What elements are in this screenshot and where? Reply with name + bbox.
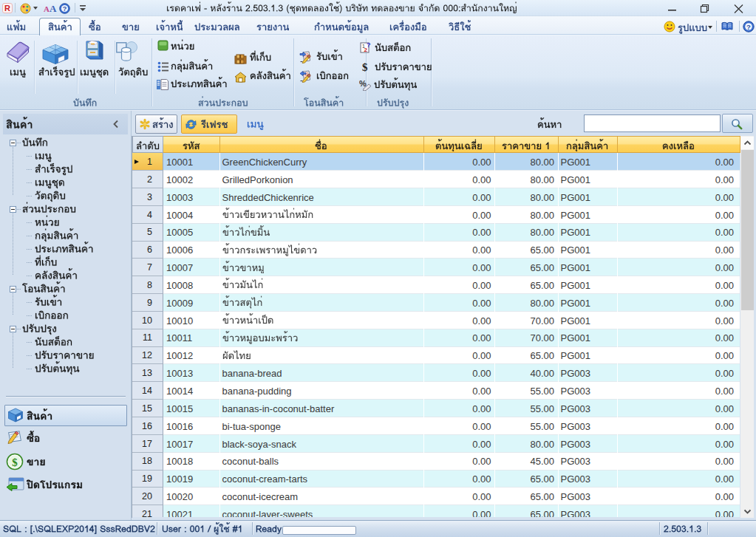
svg-text:$: $ xyxy=(362,61,368,73)
svg-text:?: ? xyxy=(63,5,67,13)
svg-text:$: $ xyxy=(12,456,18,468)
svg-text:?: ? xyxy=(746,23,751,31)
svg-text:?: ? xyxy=(367,41,371,49)
svg-text:%: % xyxy=(359,79,367,88)
